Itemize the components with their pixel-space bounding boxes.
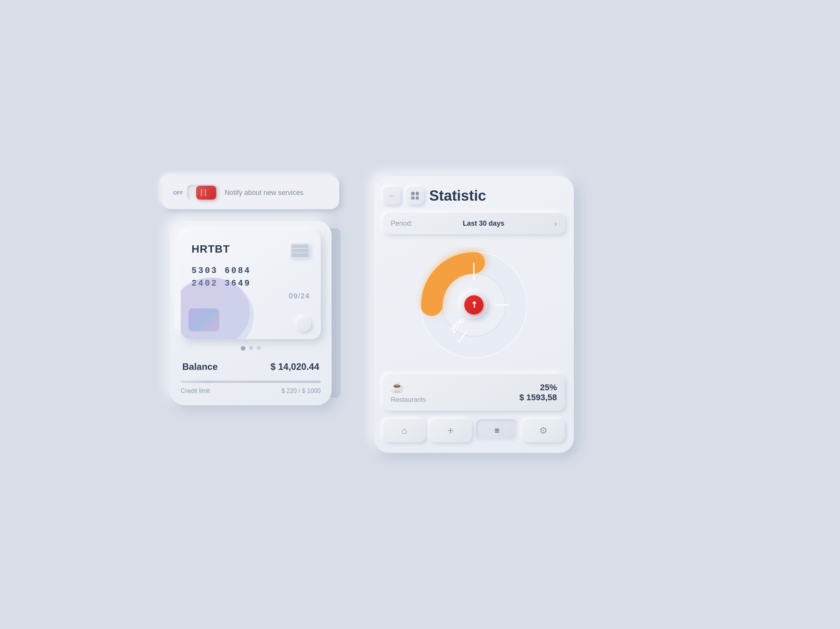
bottom-nav: ⌂ + ≡ ⚙: [383, 419, 565, 442]
period-label: Period:: [391, 220, 413, 228]
chart-area: 25% ↗: [383, 243, 565, 366]
settings-icon: ⚙: [539, 425, 548, 436]
credit-limit-row: Credit limit $ 220 / $ 1000: [181, 388, 321, 394]
period-value: Last 30 days: [463, 220, 504, 228]
dot-3[interactable]: [257, 346, 261, 350]
toggle-off-label: OFF: [173, 190, 183, 196]
back-button[interactable]: ←: [383, 187, 401, 205]
statistic-panel: ← Statistic Period: Last 30 days ›: [374, 176, 574, 453]
restaurant-stats: 25% $ 1593,58: [519, 383, 557, 403]
grid-icon: [411, 192, 419, 200]
arrow-icon: ↗: [468, 299, 480, 311]
stat-title: Statistic: [429, 188, 486, 204]
progress-bar-container: [181, 381, 321, 383]
period-selector[interactable]: Period: Last 30 days ›: [383, 213, 565, 234]
nav-cards-button[interactable]: ≡: [476, 419, 518, 442]
balance-amount: $ 14,020.44: [270, 361, 319, 372]
card-number-1: 5303 6084: [192, 266, 310, 276]
card-button[interactable]: [297, 317, 311, 331]
card-hologram: [188, 308, 219, 331]
grid-button[interactable]: [406, 187, 424, 205]
carousel-dots: [181, 346, 321, 351]
balance-label: Balance: [182, 361, 218, 372]
chip-line-3: [292, 253, 308, 257]
restaurant-info: ☕ Restaurants: [391, 381, 426, 404]
toggle-thumb[interactable]: [196, 186, 216, 200]
right-column: ← Statistic Period: Last 30 days ›: [374, 176, 574, 453]
home-icon: ⌂: [402, 425, 407, 436]
chip-line-1: [292, 245, 308, 248]
toggle-track[interactable]: [187, 185, 218, 201]
phone-card: HRTBT 5303 6084 2402 3649 09/24: [170, 221, 332, 405]
restaurant-card: ☕ Restaurants 25% $ 1593,58: [383, 374, 565, 411]
notify-card: OFF Notify about new services: [162, 176, 339, 209]
chart-arrow-button[interactable]: ↗: [464, 295, 483, 314]
dot-2[interactable]: [249, 346, 253, 350]
back-icon: ←: [388, 192, 395, 200]
credit-limit-value: $ 220 / $ 1000: [282, 388, 321, 394]
chip-line-2: [292, 249, 308, 252]
restaurant-percent: 25%: [519, 383, 557, 393]
donut-chart: 25% ↗: [416, 247, 532, 363]
card-chip: [290, 243, 310, 258]
toggle-wrapper: OFF: [173, 185, 218, 201]
dot-1[interactable]: [241, 346, 245, 351]
main-scene: OFF Notify about new services HRTBT: [151, 176, 689, 453]
phone-wrapper: HRTBT 5303 6084 2402 3649 09/24: [170, 221, 332, 405]
nav-settings-button[interactable]: ⚙: [522, 419, 565, 442]
period-chevron-icon: ›: [554, 219, 557, 228]
restaurant-label: Restaurants: [391, 396, 426, 404]
credit-limit-label: Credit limit: [181, 388, 210, 394]
balance-row: Balance $ 14,020.44: [181, 358, 321, 376]
left-column: OFF Notify about new services HRTBT: [151, 176, 351, 405]
nav-home-button[interactable]: ⌂: [383, 419, 426, 442]
progress-bar-fill: [181, 381, 212, 383]
cards-icon: ≡: [495, 426, 500, 436]
add-icon: +: [448, 424, 454, 437]
notify-text: Notify about new services: [225, 188, 303, 197]
restaurant-icon: ☕: [391, 381, 426, 394]
stat-header: ← Statistic: [383, 187, 565, 205]
card-header: HRTBT: [192, 243, 310, 258]
credit-card: HRTBT 5303 6084 2402 3649 09/24: [181, 231, 321, 339]
card-brand: HRTBT: [192, 243, 230, 255]
nav-add-button[interactable]: +: [430, 419, 472, 442]
restaurant-amount: $ 1593,58: [519, 393, 557, 403]
chart-center-knob: ↗: [460, 291, 487, 318]
